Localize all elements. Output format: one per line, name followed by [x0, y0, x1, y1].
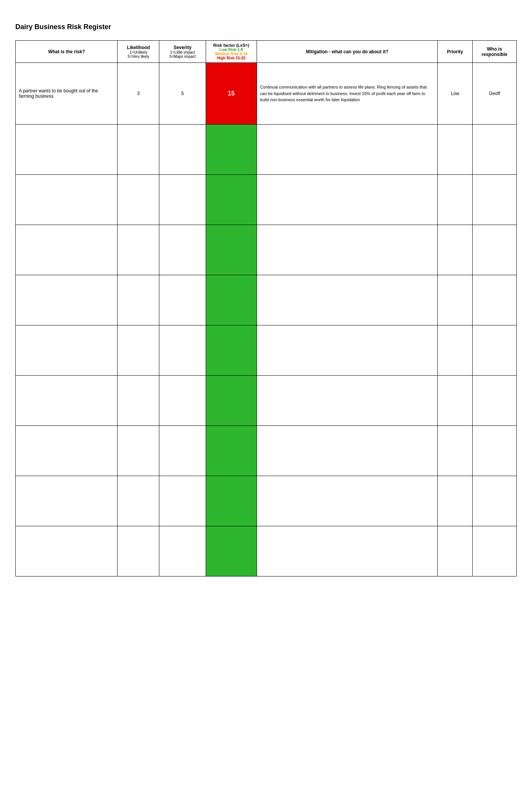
- risk-cell: [16, 225, 118, 275]
- responsible-cell: [472, 376, 516, 426]
- severity-cell: 5: [159, 63, 206, 125]
- table-row: 0: [16, 225, 517, 275]
- table-row: 0: [16, 476, 517, 526]
- factor-cell: 0: [206, 426, 257, 476]
- priority-cell: [438, 275, 473, 325]
- factor-cell: 0: [206, 275, 257, 325]
- mitigation-cell: Continual communication with all partner…: [257, 63, 437, 125]
- responsible-cell: [472, 225, 516, 275]
- header-priority: Priority: [438, 41, 473, 63]
- priority-cell: [438, 476, 473, 526]
- likelihood-cell: [118, 526, 159, 576]
- table-row: 0: [16, 526, 517, 576]
- priority-cell: [438, 376, 473, 426]
- likelihood-cell: [118, 275, 159, 325]
- mitigation-cell: [257, 476, 437, 526]
- mitigation-cell: [257, 376, 437, 426]
- severity-cell: [159, 426, 206, 476]
- responsible-cell: [472, 125, 516, 175]
- factor-cell: 0: [206, 325, 257, 376]
- severity-cell: [159, 125, 206, 175]
- table-row: 0: [16, 376, 517, 426]
- factor-cell: 15: [206, 63, 257, 125]
- responsible-cell: [472, 325, 516, 376]
- page-title: Dairy Business Risk Register: [15, 23, 517, 31]
- risk-cell: [16, 376, 118, 426]
- risk-cell: [16, 175, 118, 225]
- priority-cell: [438, 325, 473, 376]
- responsible-cell: [472, 275, 516, 325]
- severity-cell: [159, 325, 206, 376]
- likelihood-cell: [118, 125, 159, 175]
- likelihood-cell: [118, 376, 159, 426]
- priority-cell: [438, 125, 473, 175]
- mitigation-cell: [257, 426, 437, 476]
- factor-cell: 0: [206, 526, 257, 576]
- table-row: A partner wants to be bought out of the …: [16, 63, 517, 125]
- risk-cell: [16, 526, 118, 576]
- priority-cell: [438, 175, 473, 225]
- factor-cell: 0: [206, 376, 257, 426]
- table-row: 0: [16, 325, 517, 376]
- header-mitigation: Mitigation - what can you do about it?: [257, 41, 437, 63]
- factor-cell: 0: [206, 225, 257, 275]
- factor-cell: 0: [206, 125, 257, 175]
- likelihood-cell: [118, 325, 159, 376]
- severity-cell: [159, 526, 206, 576]
- responsible-cell: [472, 526, 516, 576]
- mitigation-cell: [257, 225, 437, 275]
- risk-cell: [16, 125, 118, 175]
- factor-cell: 0: [206, 175, 257, 225]
- mitigation-cell: [257, 526, 437, 576]
- likelihood-cell: [118, 476, 159, 526]
- likelihood-cell: [118, 225, 159, 275]
- header-risk: What is the risk?: [16, 41, 118, 63]
- factor-cell: 0: [206, 476, 257, 526]
- likelihood-cell: 3: [118, 63, 159, 125]
- priority-cell: [438, 426, 473, 476]
- risk-cell: [16, 476, 118, 526]
- severity-cell: [159, 175, 206, 225]
- risk-cell: [16, 426, 118, 476]
- mitigation-cell: [257, 325, 437, 376]
- header-severity: Severity 1=Little impact 5=Major impact: [159, 41, 206, 63]
- responsible-cell: Geoff: [472, 63, 516, 125]
- header-factor: Risk factor (LxS=) Low Risk 1-8 Medium R…: [206, 41, 257, 63]
- risk-cell: [16, 325, 118, 376]
- priority-cell: [438, 225, 473, 275]
- risk-cell: [16, 275, 118, 325]
- severity-cell: [159, 476, 206, 526]
- priority-cell: Low: [438, 63, 473, 125]
- header-likelihood: Likelihood 1=Unlikely 5=Very likely: [118, 41, 159, 63]
- responsible-cell: [472, 476, 516, 526]
- table-header-row: What is the risk? Likelihood 1=Unlikely …: [16, 41, 517, 63]
- risk-register-table: What is the risk? Likelihood 1=Unlikely …: [15, 40, 517, 576]
- header-responsible: Who is responsible: [472, 41, 516, 63]
- table-row: 0: [16, 426, 517, 476]
- risk-cell: A partner wants to be bought out of the …: [16, 63, 118, 125]
- severity-cell: [159, 376, 206, 426]
- likelihood-cell: [118, 426, 159, 476]
- mitigation-cell: [257, 275, 437, 325]
- table-row: 0: [16, 275, 517, 325]
- table-row: 0: [16, 175, 517, 225]
- severity-cell: [159, 275, 206, 325]
- table-row: 0: [16, 125, 517, 175]
- severity-cell: [159, 225, 206, 275]
- responsible-cell: [472, 175, 516, 225]
- likelihood-cell: [118, 175, 159, 225]
- mitigation-cell: [257, 175, 437, 225]
- mitigation-cell: [257, 125, 437, 175]
- responsible-cell: [472, 426, 516, 476]
- priority-cell: [438, 526, 473, 576]
